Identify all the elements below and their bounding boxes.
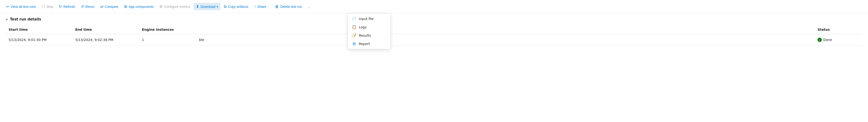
app-components-label: App components	[129, 5, 154, 8]
compare-icon: ⇄	[100, 4, 103, 9]
table-header-row: Start time End time Engine instances Sta…	[6, 25, 862, 34]
checkmark-icon: ✓	[818, 38, 820, 41]
share-button[interactable]: ↑ Share	[252, 3, 269, 10]
more-button[interactable]: ...	[305, 3, 313, 10]
results-icon: 📝	[352, 33, 356, 38]
cell-partial: ble	[196, 34, 815, 45]
col-header-status: Status	[815, 25, 862, 34]
report-icon: ⊞	[352, 41, 356, 46]
configure-metrics-label: Configure metrics	[164, 5, 190, 8]
delete-button[interactable]: 🗑 Delete test run	[273, 3, 304, 10]
download-button[interactable]: ⬇ Download ▾	[194, 3, 220, 10]
input-file-icon: 📄	[352, 17, 356, 21]
content-area: ∧ Test run details Start time End time E…	[0, 13, 868, 49]
view-all-button[interactable]: ↩ View all test runs	[4, 3, 38, 10]
cell-engine-instances: 1	[139, 34, 196, 45]
copy-artifacts-icon: ⧉	[224, 4, 226, 9]
refresh-button[interactable]: ↻ Refresh	[56, 3, 78, 10]
section-title: Test run details	[10, 17, 41, 22]
configure-metrics-button[interactable]: ⚙ Configure metrics	[157, 3, 193, 10]
app-components-button[interactable]: ⊞ App components	[122, 3, 156, 10]
dropdown-results[interactable]: 📝 Results	[348, 31, 390, 39]
status-done-container: ✓ Done	[817, 38, 860, 42]
col-header-start-time: Start time	[6, 25, 72, 34]
copy-artifacts-label: Copy artifacts	[228, 5, 248, 8]
stop-button[interactable]: ☐ Stop	[39, 3, 56, 10]
delete-label: Delete test run	[280, 5, 302, 8]
status-label: Done	[823, 38, 832, 42]
refresh-label: Refresh	[63, 5, 75, 8]
copy-artifacts-button[interactable]: ⧉ Copy artifacts	[221, 3, 251, 10]
input-file-label: Input file	[359, 17, 374, 21]
download-dropdown: 📄 Input file 📋 Logs 📝 Results ⊞ Report	[348, 13, 391, 49]
col-header-empty	[196, 25, 815, 34]
toolbar: ↩ View all test runs ☐ Stop ↻ Refresh ↺ …	[0, 0, 868, 13]
section-chevron-icon: ∧	[6, 18, 8, 21]
results-label: Results	[359, 34, 371, 37]
compare-button[interactable]: ⇄ Compare	[98, 3, 121, 10]
download-icon: ⬇	[196, 4, 199, 9]
view-all-label: View all test runs	[11, 5, 36, 8]
report-label: Report	[359, 42, 370, 46]
dropdown-logs[interactable]: 📋 Logs	[348, 23, 390, 31]
configure-metrics-icon: ⚙	[159, 4, 163, 9]
separator	[271, 4, 271, 9]
more-label: ...	[308, 5, 311, 8]
rerun-icon: ↺	[81, 4, 84, 9]
logs-icon: 📋	[352, 25, 356, 29]
test-run-table: Start time End time Engine instances Sta…	[6, 25, 862, 45]
rerun-label: Rerun	[85, 5, 94, 8]
logs-label: Logs	[359, 25, 367, 29]
view-all-icon: ↩	[6, 4, 9, 9]
download-label: Download	[200, 5, 215, 8]
delete-icon: 🗑	[275, 4, 279, 9]
cell-status: ✓ Done	[815, 34, 862, 45]
download-arrow-icon: ▾	[217, 5, 218, 8]
col-header-engine-instances: Engine instances	[139, 25, 196, 34]
stop-label: Stop	[46, 5, 53, 8]
rerun-button[interactable]: ↺ Rerun	[79, 3, 97, 10]
share-label: Share	[257, 5, 266, 8]
status-done-icon: ✓	[817, 38, 822, 42]
app-components-icon: ⊞	[124, 4, 127, 9]
dropdown-input-file[interactable]: 📄 Input file	[348, 14, 390, 23]
stop-icon: ☐	[42, 4, 45, 9]
table-row: 5/13/2024, 9:01:30 PM 5/13/2024, 9:02:38…	[6, 34, 862, 45]
section-header: ∧ Test run details	[6, 17, 862, 22]
compare-label: Compare	[105, 5, 119, 8]
col-header-end-time: End time	[72, 25, 139, 34]
dropdown-report[interactable]: ⊞ Report	[348, 39, 390, 48]
cell-end-time: 5/13/2024, 9:02:38 PM	[72, 34, 139, 45]
refresh-icon: ↻	[59, 4, 62, 9]
cell-start-time: 5/13/2024, 9:01:30 PM	[6, 34, 72, 45]
share-icon: ↑	[254, 4, 256, 9]
